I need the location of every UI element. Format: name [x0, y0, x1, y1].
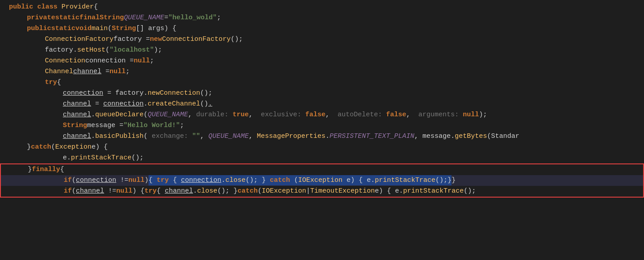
code-line-12: String message = "Hello World!";: [0, 120, 644, 131]
code-line-2: private static final String QUEUE_NAME =…: [0, 13, 644, 23]
classname-provider: Provider: [61, 2, 94, 12]
keyword-public: public: [9, 2, 33, 12]
code-line-16: } finally {: [1, 164, 643, 175]
finally-block: } finally { if (connection != null) { tr…: [0, 163, 644, 198]
code-line-5: factory.setHost("localhost");: [0, 45, 644, 56]
code-line-6: Connection connection = null;: [0, 56, 644, 66]
code-line-7: Channel channel = null;: [0, 66, 644, 77]
code-line-3: public static void main(String[] args) {: [0, 23, 644, 34]
code-line-13: channel.basicPublish( exchange: "", QUEU…: [0, 131, 644, 142]
code-line-1: public class Provider {: [0, 2, 644, 13]
code-line-18: if (channel != null) { try { channel.clo…: [1, 186, 643, 197]
code-line-10: channel = connection.createChannel().: [0, 99, 644, 110]
selection-highlight: { try { connection.close(); } catch (IOE…: [149, 175, 451, 185]
code-line-14: } catch (Exception e) {: [0, 142, 644, 153]
code-line-11: channel.queueDeclare(QUEUE_NAME, durable…: [0, 110, 644, 120]
code-line-9: connection = factory.newConnection();: [0, 88, 644, 99]
code-editor: public class Provider { private static f…: [0, 0, 644, 260]
code-line-15: e.printStackTrace();: [0, 153, 644, 163]
keyword-class: class: [37, 2, 57, 12]
code-line-8: try {: [0, 77, 644, 88]
code-line-4: ConnectionFactory factory = new Connecti…: [0, 34, 644, 45]
code-line-17: if (connection != null) { try { connecti…: [1, 175, 643, 186]
